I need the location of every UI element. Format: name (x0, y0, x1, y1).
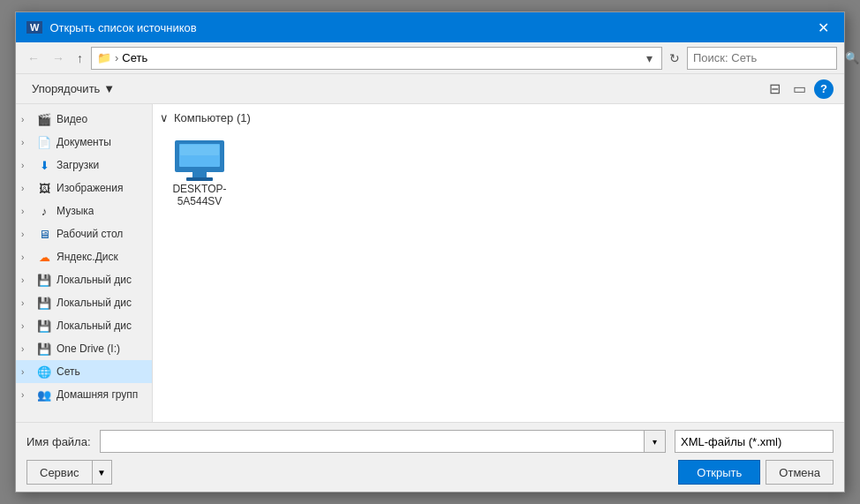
filetype-select[interactable]: XML-файлы (*.xml) (675, 430, 834, 453)
computer-icon (173, 140, 226, 179)
search-box[interactable]: 🔍 (687, 47, 837, 70)
svg-rect-3 (192, 172, 207, 177)
yandex-icon: ☁ (35, 248, 53, 266)
sidebar-item-label: Загрузки (57, 159, 99, 171)
view-large-button[interactable]: ▭ (788, 79, 811, 99)
address-folder-icon: 📁 (97, 51, 111, 64)
service-button[interactable]: Сервис (26, 460, 93, 485)
chevron-icon: › (21, 252, 32, 262)
chevron-icon: › (21, 115, 32, 124)
chevron-icon: › (21, 161, 32, 170)
chevron-icon: › (21, 207, 32, 216)
sidebar-item-yandex[interactable]: › ☁ Яндекс.Диск (16, 245, 152, 268)
sidebar-item-localdisk3[interactable]: › 💾 Локальный дис (16, 314, 152, 337)
forward-button[interactable]: → (48, 49, 69, 67)
sidebar-item-label: Документы (57, 136, 111, 148)
up-button[interactable]: ↑ (72, 49, 87, 67)
images-icon: 🖼 (35, 179, 53, 197)
localdisk1-icon: 💾 (35, 271, 53, 289)
sort-button[interactable]: Упорядочить ▼ (26, 80, 120, 97)
chevron-icon: › (21, 275, 32, 285)
video-icon: 🎬 (35, 110, 53, 128)
help-button[interactable]: ? (814, 79, 834, 99)
filename-input-wrap: ▾ (100, 430, 666, 453)
desktop-icon: 🖥 (35, 225, 53, 243)
sidebar-item-images[interactable]: › 🖼 Изображения (16, 177, 152, 199)
service-btn-wrap: Сервис ▼ (26, 460, 112, 485)
close-button[interactable]: ✕ (812, 17, 834, 38)
dropdown-arrow[interactable]: ▾ (643, 49, 656, 67)
network-icon: 🌐 (35, 363, 53, 380)
bottom-bar: Имя файла: ▾ XML-файлы (*.xml) Сервис ▼ … (16, 422, 844, 492)
sidebar-item-label: Сеть (57, 365, 80, 378)
chevron-icon: › (21, 184, 32, 193)
filetype-wrap: XML-файлы (*.xml) (675, 430, 834, 453)
filename-row: Имя файла: ▾ XML-файлы (*.xml) (26, 430, 834, 453)
back-button[interactable]: ← (23, 49, 44, 67)
service-dropdown-arrow[interactable]: ▼ (93, 460, 112, 485)
navigation-toolbar: ← → ↑ 📁 › Сеть ▾ ↻ 🔍 (16, 42, 844, 74)
buttons-row: Сервис ▼ Открыть Отмена (26, 460, 834, 485)
action-bar: Упорядочить ▼ ⊟ ▭ ? (16, 74, 844, 104)
svg-rect-2 (180, 145, 219, 155)
sidebar-item-music[interactable]: › ♪ Музыка (16, 199, 152, 222)
chevron-icon: › (21, 390, 32, 400)
sort-chevron-icon: ▼ (103, 82, 115, 95)
localdisk2-icon: 💾 (35, 294, 53, 312)
sidebar-item-onedrive[interactable]: › 💾 One Drive (I:) (16, 337, 152, 360)
sidebar-item-label: Локальный дис (57, 320, 132, 332)
cancel-button[interactable]: Отмена (766, 460, 834, 485)
filename-dropdown-arrow[interactable]: ▾ (645, 430, 666, 453)
address-path: Сеть (122, 51, 639, 64)
address-bar[interactable]: 📁 › Сеть ▾ (91, 47, 662, 70)
filename-input[interactable] (100, 430, 645, 453)
music-icon: ♪ (35, 202, 53, 220)
chevron-icon: › (21, 138, 32, 147)
sidebar-item-localdisk1[interactable]: › 💾 Локальный дис (16, 268, 152, 291)
sidebar-item-label: Локальный дис (57, 297, 132, 309)
sidebar-item-label: Домашняя групп (57, 388, 138, 401)
sidebar-item-label: Музыка (57, 205, 94, 217)
sidebar-item-documents[interactable]: › 📄 Документы (16, 131, 152, 154)
sort-label: Упорядочить (32, 82, 100, 95)
search-input[interactable] (693, 51, 841, 64)
chevron-icon: › (21, 298, 32, 308)
file-name: DESKTOP-5A544SV (163, 183, 236, 207)
title-bar-left: W Открыть список источников (26, 21, 197, 34)
sidebar-item-desktop[interactable]: › 🖥 Рабочий стол (16, 222, 152, 245)
group-header[interactable]: ∨ Компьютер (1) (160, 111, 837, 124)
dialog-window: W Открыть список источников ✕ ← → ↑ 📁 › … (15, 11, 845, 493)
group-chevron-icon: ∨ (160, 111, 169, 124)
open-button[interactable]: Открыть (678, 460, 760, 485)
sidebar: › 🎬 Видео › 📄 Документы › ⬇ Загрузки › 🖼… (16, 104, 153, 422)
localdisk3-icon: 💾 (35, 317, 53, 335)
chevron-icon: › (21, 344, 32, 354)
sidebar-item-video[interactable]: › 🎬 Видео (16, 108, 152, 131)
sidebar-item-downloads[interactable]: › ⬇ Загрузки (16, 154, 152, 177)
view-details-button[interactable]: ⊟ (765, 79, 785, 99)
file-item-desktop[interactable]: DESKTOP-5A544SV (160, 133, 239, 214)
sidebar-item-homegroup[interactable]: › 👥 Домашняя групп (16, 383, 152, 406)
chevron-icon: › (21, 367, 32, 377)
group-label: Компьютер (1) (174, 111, 251, 124)
downloads-icon: ⬇ (35, 156, 53, 174)
app-icon: W (26, 21, 42, 34)
documents-icon: 📄 (35, 133, 53, 151)
search-icon: 🔍 (845, 51, 859, 64)
refresh-button[interactable]: ↻ (666, 49, 683, 67)
sidebar-item-label: Рабочий стол (57, 228, 123, 240)
onedrive-icon: 💾 (35, 340, 53, 357)
sidebar-item-network[interactable]: › 🌐 Сеть (16, 360, 152, 383)
dialog-title: Открыть список источников (49, 21, 196, 34)
sidebar-item-label: Яндекс.Диск (57, 251, 118, 263)
homegroup-icon: 👥 (35, 386, 53, 403)
path-separator: › (115, 51, 118, 64)
filename-label: Имя файла: (26, 435, 91, 448)
main-panel: ∨ Компьютер (1) (153, 104, 844, 422)
sidebar-item-label: Видео (57, 113, 87, 125)
svg-rect-4 (186, 177, 213, 181)
sidebar-item-label: Локальный дис (57, 274, 132, 286)
chevron-icon: › (21, 229, 32, 239)
sidebar-item-localdisk2[interactable]: › 💾 Локальный дис (16, 291, 152, 314)
title-bar: W Открыть список источников ✕ (16, 12, 844, 42)
